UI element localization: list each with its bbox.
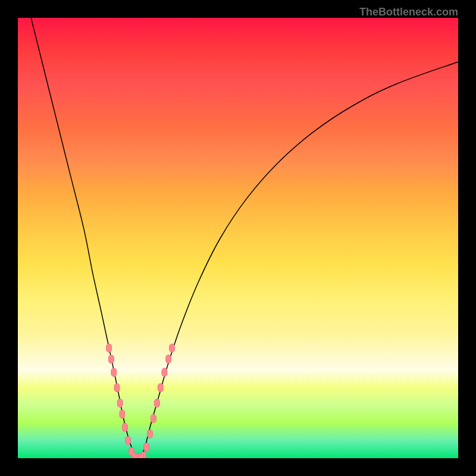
data-marker: [108, 355, 114, 364]
data-marker: [154, 399, 159, 408]
data-marker: [122, 423, 127, 431]
data-marker: [144, 443, 149, 452]
data-marker: [107, 344, 112, 352]
data-marker: [114, 384, 120, 392]
data-marker: [162, 368, 167, 377]
data-marker: [170, 344, 175, 352]
data-marker: [166, 355, 171, 364]
data-marker: [126, 436, 131, 444]
data-marker: [148, 430, 153, 438]
left-curve-line: [31, 18, 137, 458]
data-marker: [151, 414, 156, 422]
data-marker: [111, 368, 117, 377]
chart-svg: [18, 18, 458, 458]
right-curve-line: [141, 62, 458, 458]
data-marker: [120, 410, 125, 418]
chart-plot-area: [18, 18, 458, 458]
watermark-text: TheBottleneck.com: [359, 6, 458, 18]
data-marker: [117, 399, 123, 408]
data-marker: [158, 384, 163, 392]
data-markers: [107, 344, 175, 458]
data-marker: [139, 454, 144, 458]
